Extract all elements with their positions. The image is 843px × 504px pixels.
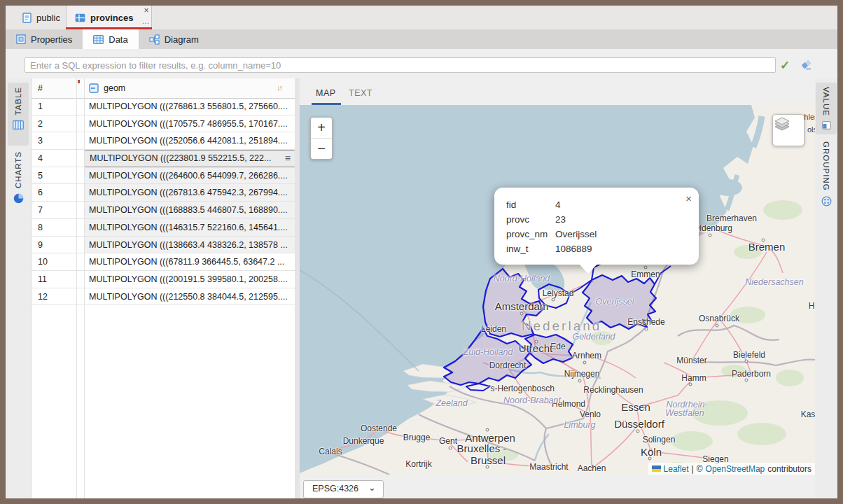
geom-cell[interactable]: MULTIPOLYGON (((252056.6 442081.1, 25189…	[84, 132, 295, 150]
map-label: Arnhem	[572, 351, 601, 360]
app-window: public provinces × … Properties Data	[6, 6, 837, 498]
row-number-cell[interactable]: 4	[32, 150, 76, 167]
popup-field-key: provc	[506, 212, 555, 227]
tab-label: public	[36, 13, 60, 23]
map-label: Dordrecht	[489, 360, 527, 370]
map-label: Bielefeld	[733, 350, 765, 360]
popup-field-key: fid	[506, 197, 555, 212]
table-row[interactable]: 12MULTIPOLYGON (((212550.8 384044.5, 212…	[32, 288, 295, 306]
tab-data[interactable]: Data	[83, 29, 138, 49]
table-row[interactable]: 2MULTIPOLYGON (((170575.7 486955.5, 1701…	[32, 115, 295, 133]
geom-cell[interactable]: MULTIPOLYGON (((146315.7 522160.6, 14564…	[84, 219, 295, 237]
sidebar-item-label: VALUE	[822, 87, 830, 116]
tab-provinces[interactable]: provinces × …	[66, 6, 152, 29]
table-row[interactable]: 10MULTIPOLYGON (((67811.9 366445.5, 6364…	[32, 253, 295, 271]
sidebar-item-table[interactable]: TABLE	[8, 83, 29, 146]
map-label: Nijmegen	[564, 369, 600, 379]
leaflet-link[interactable]: Leaflet	[664, 464, 689, 474]
map-label: Noord-Holland	[494, 274, 550, 284]
geom-cell[interactable]: MULTIPOLYGON (((170575.7 486955.5, 17016…	[84, 115, 295, 133]
table-row[interactable]: 9MULTIPOLYGON (((138663.4 438326.2, 1385…	[32, 237, 295, 254]
zoom-control: + −	[310, 117, 333, 160]
table-row[interactable]: 8MULTIPOLYGON (((146315.7 522160.6, 1456…	[32, 219, 295, 237]
geom-cell[interactable]: MULTIPOLYGON (((138663.4 438326.2, 13857…	[84, 237, 295, 254]
table-row[interactable]: 5MULTIPOLYGON (((264600.6 544099.7, 2662…	[32, 167, 295, 185]
map-label: Bruxelles -	[457, 442, 507, 454]
city-dot	[486, 465, 489, 469]
map-label: Brussel	[471, 454, 506, 466]
sidebar-item-charts[interactable]: CHARTS	[8, 147, 29, 220]
map-label: Aachen	[578, 463, 606, 473]
row-number-cell[interactable]: 3	[32, 132, 76, 150]
popup-fields: fid4provc23provc_nmOverijsselinw_t108688…	[506, 197, 692, 256]
tab-properties[interactable]: Properties	[6, 29, 83, 49]
row-number-cell[interactable]: 2	[32, 115, 76, 133]
tab-public[interactable]: public	[14, 6, 69, 29]
right-toolbar: VALUE GROUPING	[815, 78, 837, 498]
layers-button[interactable]	[772, 114, 804, 146]
map-label: Köln	[641, 446, 662, 458]
tab-text[interactable]: TEXT	[349, 88, 372, 98]
row-number-cell[interactable]: 12	[32, 288, 76, 306]
map-canvas[interactable]: SchlesolsBremerhavenOldenburgBremenNiede…	[300, 105, 815, 475]
geom-cell[interactable]: MULTIPOLYGON (((168883.5 446807.5, 16889…	[84, 202, 295, 219]
row-number-cell[interactable]: 6	[32, 184, 76, 202]
column-header-rownum[interactable]: #	[38, 83, 43, 93]
map-label: Osnabrück	[699, 314, 739, 323]
sidebar-item-grouping[interactable]: GROUPING	[816, 137, 837, 214]
result-grid: # geom ↓↑ 1MULTIPOLYGON (((276861.3 5568…	[31, 78, 295, 498]
row-number-cell[interactable]: 9	[32, 237, 76, 254]
map-label: Düsseldorf	[614, 418, 664, 430]
table-row[interactable]: 3MULTIPOLYGON (((252056.6 442081.1, 2518…	[32, 132, 295, 150]
table-row[interactable]: 6MULTIPOLYGON (((267813.6 475942.3, 2679…	[32, 184, 295, 202]
map-label: Noord-Brabant	[503, 396, 561, 405]
geom-cell[interactable]: MULTIPOLYGON (((264600.6 544099.7, 26628…	[84, 167, 295, 185]
zoom-out-button[interactable]: −	[311, 139, 332, 159]
apply-filter-icon[interactable]: ✓	[780, 58, 790, 73]
eraser-icon[interactable]	[800, 58, 814, 71]
map-label: Zeeland	[436, 398, 467, 408]
row-gap-cell	[76, 132, 84, 150]
popup-field-row: provc_nmOverijssel	[506, 227, 692, 241]
document-icon	[22, 13, 32, 23]
row-menu-icon[interactable]: ≡	[285, 150, 291, 166]
table-row[interactable]: 11MULTIPOLYGON (((200191.5 399580.1, 200…	[32, 271, 295, 288]
popup-field-value: 23	[555, 212, 692, 227]
geom-cell[interactable]: MULTIPOLYGON (((267813.6 475942.3, 26799…	[84, 184, 295, 202]
tab-map[interactable]: MAP	[316, 88, 336, 98]
osm-link[interactable]: OpenStreetMap	[706, 464, 765, 474]
tab-diagram[interactable]: Diagram	[139, 29, 209, 49]
table-grid-icon	[13, 120, 24, 130]
geom-cell[interactable]: MULTIPOLYGON (((212550.8 384044.5, 21259…	[84, 288, 295, 306]
sort-icon[interactable]: ↓↑	[277, 83, 281, 92]
map-label: Venlo	[580, 410, 601, 419]
crs-select[interactable]: EPSG:4326 ⌄	[303, 480, 384, 498]
city-dot	[762, 239, 765, 242]
table-row[interactable]: 1MULTIPOLYGON (((276861.3 556801.5, 2756…	[32, 98, 295, 115]
close-icon[interactable]: ×	[144, 6, 148, 15]
row-gap-cell	[76, 115, 84, 133]
row-number-cell[interactable]: 5	[32, 167, 76, 185]
row-number-cell[interactable]: 10	[32, 253, 76, 271]
sql-filter-input[interactable]	[25, 57, 776, 73]
popup-tail	[578, 263, 598, 274]
geom-cell[interactable]: MULTIPOLYGON (((67811.9 366445.5, 63647.…	[84, 253, 295, 271]
city-dot	[535, 340, 538, 344]
panel-splitter[interactable]	[295, 78, 300, 498]
more-icon[interactable]: …	[141, 18, 148, 24]
geom-cell[interactable]: MULTIPOLYGON (((276861.3 556801.5, 27566…	[84, 98, 295, 115]
table-row[interactable]: 7MULTIPOLYGON (((168883.5 446807.5, 1688…	[32, 202, 295, 219]
row-number-cell[interactable]: 1	[32, 98, 76, 115]
zoom-in-button[interactable]: +	[311, 118, 332, 139]
row-number-cell[interactable]: 11	[32, 271, 76, 288]
geom-cell[interactable]: MULTIPOLYGON (((200191.5 399580.1, 20025…	[84, 271, 295, 288]
row-number-cell[interactable]: 7	[32, 202, 76, 219]
column-header-geom[interactable]: geom	[104, 83, 125, 93]
row-number-cell[interactable]: 8	[32, 219, 76, 237]
tab-label: Properties	[31, 34, 72, 45]
geom-cell[interactable]: MULTIPOLYGON (((223801.9 552215.5, 222..…	[84, 150, 295, 167]
sidebar-item-value[interactable]: VALUE	[816, 83, 837, 134]
table-row[interactable]: 4MULTIPOLYGON (((223801.9 552215.5, 222.…	[32, 150, 295, 167]
map-label: Ede	[550, 342, 565, 351]
value-panel-icon	[822, 121, 831, 130]
